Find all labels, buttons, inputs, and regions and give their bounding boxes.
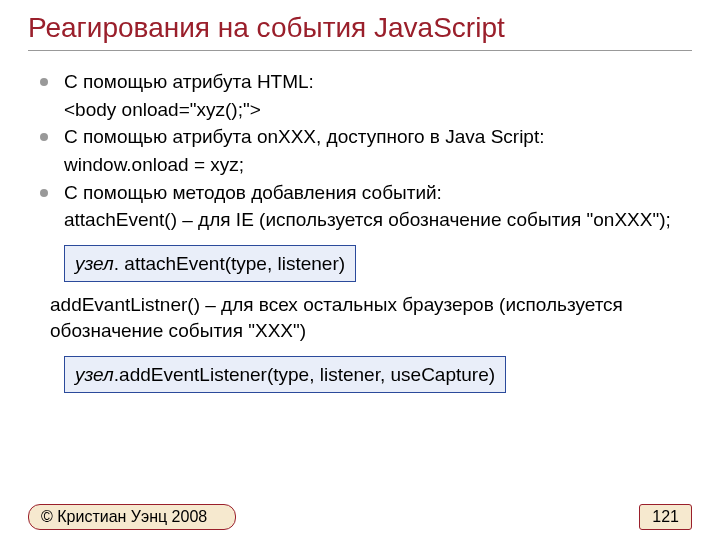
bullet-item: С помощью методов добавления событий: (40, 180, 692, 206)
code-rest: . attachEvent(type, listener) (114, 253, 345, 274)
page-number: 121 (639, 504, 692, 530)
bullet-sub: window.onload = xyz; (40, 152, 692, 178)
code-rest: .addEventListener(type, listener, useCap… (114, 364, 495, 385)
code-prefix: узел (75, 253, 114, 274)
paragraph-text: addEvantListner() – для всех остальных б… (40, 292, 692, 343)
bullet-item: С помощью атрибута HTML: (40, 69, 692, 95)
code-box: узел.addEventListener(type, listener, us… (64, 356, 506, 394)
bullet-text: С помощью атрибута onXXX, доступного в J… (64, 124, 692, 150)
bullet-item: С помощью атрибута onXXX, доступного в J… (40, 124, 692, 150)
footer: © Кристиан Уэнц 2008 121 (0, 504, 720, 530)
bullet-icon (40, 189, 48, 197)
bullet-text: С помощью методов добавления событий: (64, 180, 692, 206)
bullet-icon (40, 133, 48, 141)
bullet-sub: <body onload="xyz();"> (40, 97, 692, 123)
slide-content: С помощью атрибута HTML: <body onload="x… (28, 69, 692, 403)
bullet-text: С помощью атрибута HTML: (64, 69, 692, 95)
code-box: узел. attachEvent(type, listener) (64, 245, 356, 283)
slide-title: Реагирования на события JavaScript (28, 12, 692, 51)
bullet-icon (40, 78, 48, 86)
bullet-sub: attachEvent() – для IE (используется обо… (40, 207, 692, 233)
code-prefix: узел (75, 364, 114, 385)
footer-copyright: © Кристиан Уэнц 2008 (28, 504, 236, 530)
